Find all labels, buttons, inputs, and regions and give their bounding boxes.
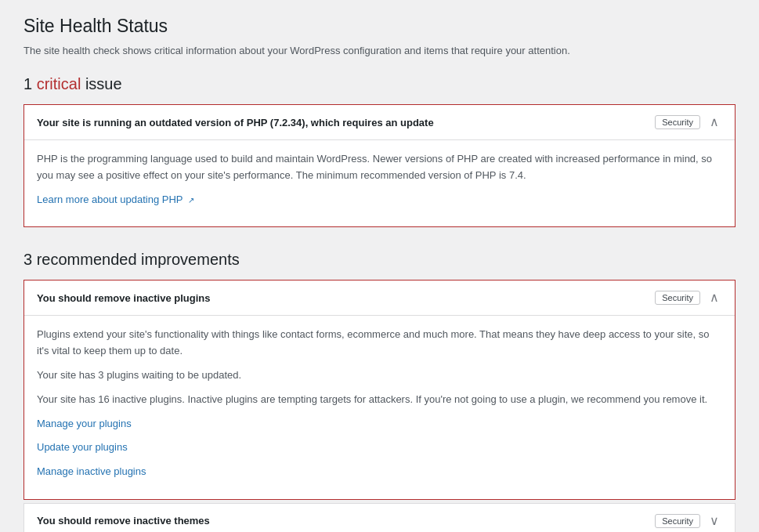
critical-label: critical — [37, 75, 81, 92]
recommended-count: 3 — [23, 251, 32, 268]
plugins-link-3: Manage inactive plugins — [37, 464, 722, 480]
plugins-body-text-3: Your site has 16 inactive plugins. Inact… — [37, 392, 722, 408]
recommended-text: recommended improvements — [37, 251, 240, 268]
critical-section-heading: 1 critical issue — [23, 75, 736, 93]
toggle-themes-issue[interactable]: ∨ — [707, 513, 722, 529]
recommended-section: 3 recommended improvements You should re… — [23, 251, 736, 532]
plugins-link-1: Manage your plugins — [37, 416, 722, 432]
critical-count: 1 — [23, 75, 32, 92]
security-badge-themes: Security — [655, 514, 700, 528]
recommended-section-heading: 3 recommended improvements — [23, 251, 736, 269]
page-description: The site health check shows critical inf… — [23, 45, 572, 56]
issue-header-right-themes: Security ∨ — [655, 513, 722, 529]
php-learn-more: Learn more about updating PHP ↗ — [37, 192, 722, 208]
manage-inactive-plugins-link[interactable]: Manage inactive plugins — [37, 465, 146, 477]
issue-title-inactive-plugins: You should remove inactive plugins — [37, 292, 211, 304]
issue-title-php-version: Your site is running an outdated version… — [37, 117, 434, 128]
toggle-php-issue[interactable]: ∧ — [707, 114, 722, 130]
issue-card-inactive-themes: You should remove inactive themes Securi… — [23, 503, 736, 532]
issue-header-inactive-themes[interactable]: You should remove inactive themes Securi… — [24, 504, 735, 532]
plugins-link-2: Update your plugins — [37, 440, 722, 456]
php-body-text: PHP is the programming language used to … — [37, 151, 722, 184]
issue-body-php-version: PHP is the programming language used to … — [24, 139, 735, 226]
critical-suffix: issue — [85, 75, 122, 92]
issue-header-right-plugins: Security ∧ — [655, 290, 722, 306]
page-title: Site Health Status — [23, 16, 736, 37]
plugins-body-text-1: Plugins extend your site's functionality… — [37, 327, 722, 360]
issue-header-inactive-plugins[interactable]: You should remove inactive plugins Secur… — [24, 280, 735, 315]
critical-section: 1 critical issue Your site is running an… — [23, 75, 736, 227]
issue-body-inactive-plugins: Plugins extend your site's functionality… — [24, 315, 735, 499]
issue-title-inactive-themes: You should remove inactive themes — [37, 515, 210, 527]
plugins-body-text-2: Your site has 3 plugins waiting to be up… — [37, 367, 722, 384]
manage-plugins-link[interactable]: Manage your plugins — [37, 418, 132, 429]
update-plugins-link[interactable]: Update your plugins — [37, 441, 128, 453]
issue-header-right-php: Security ∧ — [655, 114, 722, 130]
security-badge-plugins: Security — [655, 291, 700, 305]
toggle-plugins-issue[interactable]: ∧ — [707, 290, 722, 306]
security-badge-php: Security — [655, 115, 700, 129]
issue-card-php-version: Your site is running an outdated version… — [23, 104, 736, 227]
external-link-icon: ↗ — [188, 196, 194, 204]
php-learn-more-link[interactable]: Learn more about updating PHP ↗ — [37, 194, 194, 205]
issue-card-inactive-plugins: You should remove inactive plugins Secur… — [23, 280, 736, 500]
issue-header-php-version[interactable]: Your site is running an outdated version… — [24, 105, 735, 139]
